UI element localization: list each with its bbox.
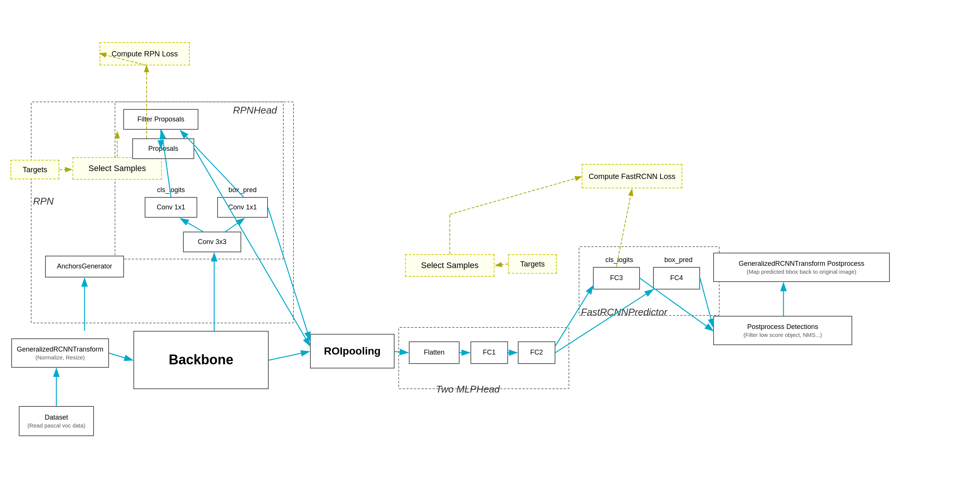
filter-proposals-node: Filter Proposals: [123, 109, 199, 130]
box-pred-label-2: box_pred: [653, 254, 704, 267]
fc3-node: FC3: [593, 267, 640, 289]
proposals-node: Proposals: [132, 138, 194, 159]
postprocess-detections-node: Postprocess Detections (Filter low score…: [713, 316, 852, 345]
svg-line-26: [495, 264, 508, 265]
cls-logits-label-1: cls_logits: [145, 184, 197, 197]
targets-node-left: Targets: [11, 160, 59, 179]
dataset-node: Dataset (Read pascal voc data): [19, 406, 94, 436]
backbone-node: Backbone: [134, 331, 269, 389]
select-samples-node-left: Select Samples: [73, 157, 162, 180]
roipooling-node: ROIpooling: [310, 334, 395, 369]
svg-line-28: [450, 177, 582, 214]
conv1x1-cls-node: Conv 1x1: [145, 197, 197, 218]
conv3x3-node: Conv 3x3: [183, 232, 241, 252]
generalized-transform-postprocess-node: GeneralizedRCNNTransform Postprocess (Ma…: [713, 253, 890, 282]
rpn-label: RPN: [33, 195, 54, 207]
svg-line-5: [269, 351, 309, 360]
anchors-generator-node: AnchorsGenerator: [45, 255, 124, 278]
twomlphead-label: Two MLPHead: [436, 383, 500, 395]
targets-node-right: Targets: [508, 254, 557, 274]
fc1-node: FC1: [471, 342, 508, 364]
fc2-node: FC2: [518, 342, 555, 364]
fastrcnnpredictor-label: FastRCNNPredictor: [581, 307, 667, 318]
flatten-node: Flatten: [409, 342, 460, 364]
fc4-node: FC4: [653, 267, 700, 289]
compute-fastrcnn-loss-node: Compute FastRCNN Loss: [582, 164, 682, 188]
select-samples-node-right: Select Samples: [405, 254, 495, 277]
svg-line-4: [109, 353, 133, 360]
cls-logits-label-2: cls_logits: [593, 254, 646, 267]
diagram: RPNHead RPN FastRCNNPredictor Two MLPHea…: [0, 0, 980, 479]
rpnhead-label: RPNHead: [233, 105, 277, 116]
generalized-transform-node: GeneralizedRCNNTransform (Normalize, Res…: [11, 338, 109, 368]
compute-rpn-loss-node: Compute RPN Loss: [100, 42, 190, 65]
box-pred-label-1: box_pred: [217, 184, 268, 197]
conv1x1-box-node: Conv 1x1: [217, 197, 268, 218]
